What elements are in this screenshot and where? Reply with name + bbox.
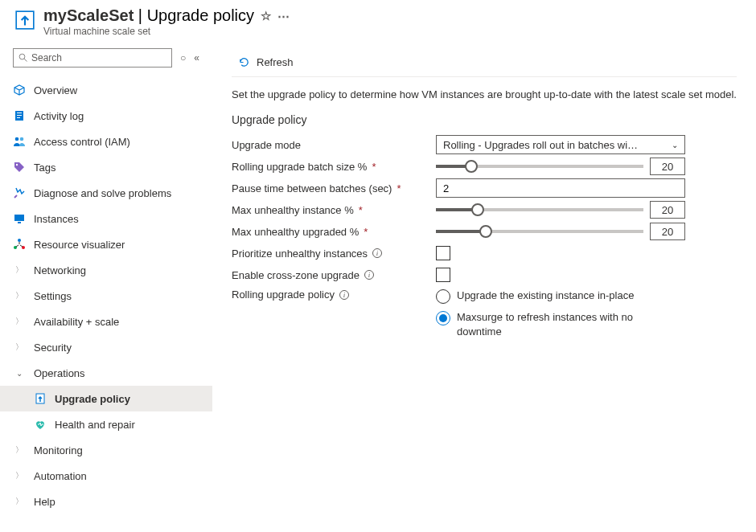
sidebar-item-label: Monitoring (34, 444, 83, 456)
radio-label: Upgrade the existing instance in-place (457, 289, 634, 303)
max-unhealthy-upgraded-label: Max unhealthy upgraded %* (232, 226, 436, 238)
sidebar-item-help[interactable]: 〉Help (0, 489, 212, 514)
sidebar-item-security[interactable]: 〉Security (0, 334, 212, 360)
svg-point-1 (19, 54, 25, 59)
sidebar-item-tags[interactable]: Tags (0, 154, 212, 180)
sidebar-item-settings[interactable]: 〉Settings (0, 283, 212, 309)
prioritize-label: Prioritize unhealthy instancesi (232, 248, 436, 260)
svg-point-8 (20, 137, 24, 141)
search-icon (18, 53, 28, 63)
upgrade-mode-label: Upgrade mode (232, 139, 436, 151)
diagnose-icon (13, 186, 26, 199)
svg-rect-10 (14, 215, 24, 221)
sidebar-item-operations[interactable]: ⌄Operations (0, 360, 212, 386)
main-content: Refresh Set the upgrade policy to determ… (212, 40, 756, 532)
svg-rect-6 (17, 117, 20, 118)
chevron-right-icon: 〉 (13, 264, 26, 276)
sidebar-item-upgrade-policy[interactable]: Upgrade policy (0, 386, 212, 411)
collapse-sidebar-icon[interactable]: « (194, 52, 199, 63)
batch-size-slider[interactable] (436, 165, 643, 168)
sidebar-item-instances[interactable]: Instances (0, 206, 212, 231)
log-icon (13, 109, 26, 122)
cross-zone-checkbox[interactable] (436, 268, 450, 282)
toolbar: Refresh (232, 48, 737, 77)
resource-icon (14, 10, 35, 31)
more-icon[interactable]: ⋯ (277, 9, 290, 23)
policy-radio-option[interactable]: Upgrade the existing instance in-place (436, 289, 685, 304)
cube-icon (13, 84, 26, 96)
upgrade-mode-dropdown[interactable]: Rolling - Upgrades roll out in batches w… (436, 135, 685, 154)
refresh-button[interactable]: Refresh (232, 48, 300, 76)
chevron-right-icon: 〉 (13, 444, 26, 456)
svg-rect-5 (17, 115, 22, 116)
section-title: Upgrade policy (232, 113, 737, 126)
description-text: Set the upgrade policy to determine how … (232, 88, 737, 100)
instances-icon (13, 212, 26, 225)
sidebar-item-resource-visualizer[interactable]: Resource visualizer (0, 231, 212, 257)
radio-icon (436, 289, 450, 304)
svg-point-7 (15, 137, 19, 141)
sidebar-item-label: Health and repair (55, 419, 135, 431)
policy-icon (34, 392, 47, 405)
sidebar-item-label: Availability + scale (34, 316, 119, 328)
refresh-icon (238, 56, 250, 68)
sidebar-item-networking[interactable]: 〉Networking (0, 257, 212, 283)
info-icon[interactable]: i (364, 270, 374, 280)
page-header: myScaleSet | Upgrade policy ☆ ⋯ Virtual … (0, 0, 756, 40)
sidebar-item-health-and-repair[interactable]: Health and repair (0, 411, 212, 437)
policy-label: Rolling upgrade policyi (232, 289, 436, 301)
svg-point-9 (16, 164, 18, 166)
sidebar-item-label: Automation (34, 470, 87, 482)
sidebar-item-label: Overview (34, 84, 77, 96)
prioritize-checkbox[interactable] (436, 246, 450, 260)
info-icon[interactable]: i (372, 248, 382, 258)
pin-icon[interactable]: ○ (180, 52, 186, 63)
sidebar-item-automation[interactable]: 〉Automation (0, 463, 212, 489)
sidebar-item-label: Security (34, 342, 72, 354)
sidebar-item-activity-log[interactable]: Activity log (0, 103, 212, 129)
batch-size-label: Rolling upgrade batch size %* (232, 161, 436, 173)
health-icon (34, 418, 47, 431)
sidebar-item-label: Help (34, 496, 55, 508)
chevron-down-icon: ⌄ (13, 369, 26, 378)
sidebar-item-diagnose-and-solve-problems[interactable]: Diagnose and solve problems (0, 180, 212, 206)
tag-icon (13, 161, 26, 174)
visualizer-icon (13, 238, 26, 251)
sidebar-item-label: Resource visualizer (34, 239, 125, 251)
max-unhealthy-value[interactable]: 20 (650, 201, 685, 219)
sidebar-item-label: Diagnose and solve problems (34, 187, 171, 199)
policy-radio-option[interactable]: Maxsurge to refresh instances with no do… (436, 310, 685, 339)
sidebar-item-label: Operations (34, 367, 85, 379)
chevron-right-icon: 〉 (13, 316, 26, 327)
pause-time-input[interactable] (436, 178, 685, 198)
chevron-right-icon: 〉 (13, 496, 26, 507)
max-unhealthy-slider[interactable] (436, 208, 643, 211)
favorite-icon[interactable]: ☆ (261, 9, 271, 23)
sidebar: Search ○ « OverviewActivity logAccess co… (0, 40, 212, 532)
sidebar-item-label: Instances (34, 213, 79, 225)
sidebar-item-overview[interactable]: Overview (0, 77, 212, 103)
sidebar-item-monitoring[interactable]: 〉Monitoring (0, 437, 212, 463)
chevron-right-icon: 〉 (13, 290, 26, 301)
max-unhealthy-label: Max unhealthy instance %* (232, 204, 436, 216)
sidebar-item-label: Tags (34, 162, 55, 174)
svg-line-2 (24, 59, 27, 61)
sidebar-item-label: Settings (34, 290, 72, 302)
batch-size-value[interactable]: 20 (650, 158, 685, 175)
cross-zone-label: Enable cross-zone upgradei (232, 269, 436, 281)
max-unhealthy-upgraded-value[interactable]: 20 (650, 223, 685, 240)
search-input[interactable]: Search (13, 48, 172, 68)
sidebar-item-label: Networking (34, 264, 86, 276)
svg-rect-11 (18, 222, 21, 223)
radio-label: Maxsurge to refresh instances with no do… (457, 310, 666, 339)
resource-type-label: Virtual machine scale set (43, 26, 746, 37)
sidebar-item-label: Activity log (34, 110, 84, 122)
chevron-down-icon: ⌄ (672, 141, 678, 149)
chevron-right-icon: 〉 (13, 470, 26, 481)
info-icon[interactable]: i (339, 290, 349, 300)
sidebar-item-label: Access control (IAM) (34, 136, 130, 148)
sidebar-item-access-control-iam-[interactable]: Access control (IAM) (0, 129, 212, 154)
page-title: myScaleSet | Upgrade policy ☆ ⋯ (43, 6, 746, 25)
max-unhealthy-upgraded-slider[interactable] (436, 230, 643, 233)
sidebar-item-availability-scale[interactable]: 〉Availability + scale (0, 309, 212, 334)
